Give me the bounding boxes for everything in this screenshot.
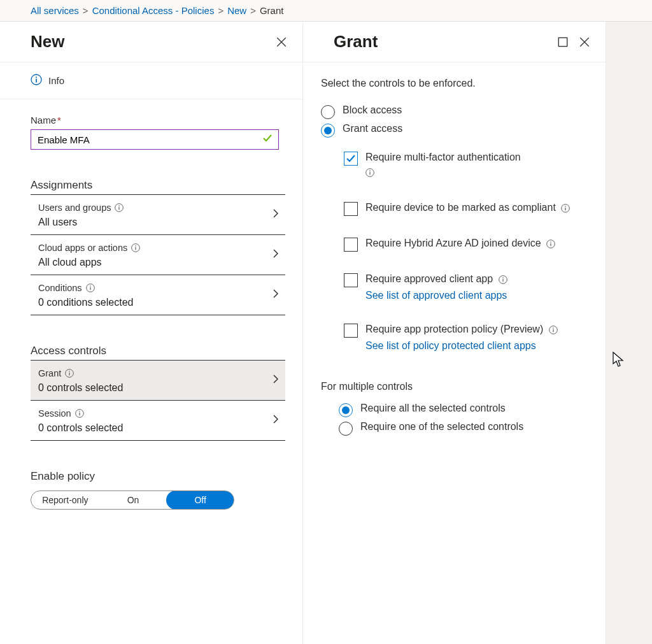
panel-new: New Info Name* Assignment	[0, 22, 303, 644]
info-icon	[65, 369, 74, 378]
nav-item-value: 0 controls selected	[38, 422, 281, 434]
breadcrumb: All services > Conditional Access - Poli…	[0, 0, 652, 22]
chevron-right-icon	[271, 289, 280, 301]
chevron-right-icon: >	[83, 5, 89, 16]
nav-conditions[interactable]: Conditions 0 conditions selected	[31, 275, 285, 315]
checkbox-icon	[344, 238, 358, 252]
svg-rect-21	[369, 171, 370, 175]
panel-grant: Grant Select the controls to be enforced…	[303, 22, 606, 644]
nav-session[interactable]: Session 0 controls selected	[31, 401, 285, 441]
radio-require-one[interactable]: Require one of the selected controls	[339, 421, 588, 436]
checkbox-icon	[344, 202, 358, 216]
nav-grant[interactable]: Grant 0 controls selected	[31, 361, 285, 401]
check-require-compliant[interactable]: Require device to be marked as compliant	[344, 201, 588, 216]
info-icon	[115, 203, 124, 212]
radio-icon	[339, 422, 353, 436]
multiple-controls-heading: For multiple controls	[321, 381, 588, 392]
svg-rect-11	[90, 287, 90, 290]
grant-lead-text: Select the controls to be enforced.	[321, 78, 588, 89]
radio-label: Require one of the selected controls	[360, 421, 523, 433]
radio-icon	[321, 124, 335, 138]
panel-title: New	[31, 32, 64, 52]
svg-rect-30	[502, 279, 503, 282]
info-label: Info	[48, 75, 64, 86]
info-icon[interactable]	[365, 168, 374, 177]
check-require-mfa[interactable]: Require multi-factor authentication	[344, 150, 588, 180]
panel-title: Grant	[334, 32, 378, 52]
checkbox-icon	[344, 324, 358, 338]
breadcrumb-current: Grant	[260, 5, 284, 16]
info-icon	[86, 283, 95, 292]
svg-rect-5	[119, 207, 120, 210]
checkbox-label: Require approved client app	[365, 273, 493, 284]
chevron-right-icon	[271, 249, 280, 261]
link-policy-protected-apps[interactable]: See list of policy protected client apps	[365, 339, 558, 353]
radio-require-all[interactable]: Require all the selected controls	[339, 403, 588, 417]
svg-rect-17	[79, 413, 80, 416]
svg-rect-33	[553, 329, 553, 333]
nav-item-value: 0 conditions selected	[38, 297, 281, 308]
check-require-approved-app[interactable]: Require approved client app See list of …	[344, 272, 588, 302]
radio-block-access[interactable]: Block access	[321, 104, 588, 119]
info-bar[interactable]: Info	[0, 62, 302, 99]
panel-header: Grant	[303, 22, 606, 62]
enable-policy-toggle[interactable]: Report-only On Off	[31, 490, 234, 510]
nav-item-label: Users and groups	[38, 203, 111, 213]
info-icon[interactable]	[561, 204, 570, 213]
name-label: Name*	[31, 115, 280, 125]
info-icon	[131, 243, 140, 252]
nav-item-label: Conditions	[38, 283, 82, 293]
nav-item-value: All cloud apps	[38, 257, 281, 268]
name-input[interactable]	[31, 129, 279, 150]
nav-cloud-apps[interactable]: Cloud apps or actions All cloud apps	[31, 235, 285, 275]
chevron-right-icon: >	[218, 5, 223, 16]
svg-point-16	[79, 411, 80, 412]
radio-icon	[321, 105, 335, 119]
svg-point-1	[36, 76, 37, 78]
close-icon[interactable]	[276, 36, 287, 48]
radio-label: Require all the selected controls	[360, 403, 506, 414]
svg-rect-18	[558, 38, 567, 47]
svg-rect-27	[551, 243, 551, 247]
panel-empty	[606, 22, 652, 644]
radio-label: Grant access	[343, 123, 402, 134]
seg-report-only[interactable]: Report-only	[31, 491, 99, 509]
nav-item-label: Grant	[38, 368, 61, 378]
breadcrumb-link[interactable]: Conditional Access - Policies	[92, 5, 215, 16]
nav-item-label: Session	[38, 408, 71, 419]
svg-point-4	[119, 205, 120, 206]
info-icon[interactable]	[549, 326, 558, 334]
close-icon[interactable]	[579, 36, 590, 48]
seg-on[interactable]: On	[99, 491, 167, 509]
svg-rect-14	[69, 373, 70, 376]
svg-rect-8	[136, 247, 136, 250]
enable-policy-heading: Enable policy	[31, 470, 280, 483]
info-icon	[75, 409, 84, 418]
link-approved-apps[interactable]: See list of approved client apps	[365, 289, 507, 303]
chevron-right-icon	[271, 415, 280, 426]
checkbox-icon	[344, 152, 358, 166]
radio-icon	[339, 403, 353, 417]
check-require-app-protection[interactable]: Require app protection policy (Preview) …	[344, 322, 588, 352]
nav-item-value: All users	[38, 217, 281, 228]
seg-off[interactable]: Off	[166, 490, 234, 510]
maximize-icon[interactable]	[557, 36, 569, 48]
svg-point-32	[553, 327, 554, 329]
radio-grant-access[interactable]: Grant access	[321, 123, 588, 138]
svg-rect-2	[36, 79, 37, 83]
checkbox-label: Require app protection policy (Preview)	[365, 324, 543, 334]
panel-header: New	[0, 22, 302, 62]
breadcrumb-link[interactable]: All services	[31, 5, 79, 16]
assignments-heading: Assignments	[31, 179, 285, 195]
chevron-right-icon	[271, 375, 280, 386]
breadcrumb-link[interactable]: New	[227, 5, 246, 16]
check-require-hybrid[interactable]: Require Hybrid Azure AD joined device	[344, 236, 588, 252]
checkbox-icon	[344, 273, 358, 287]
nav-users-and-groups[interactable]: Users and groups All users	[31, 195, 285, 235]
svg-point-7	[135, 245, 136, 247]
checkbox-label: Require multi-factor authentication	[365, 152, 521, 162]
svg-rect-24	[565, 208, 566, 211]
radio-label: Block access	[343, 104, 402, 116]
info-icon[interactable]	[546, 240, 555, 248]
info-icon[interactable]	[499, 275, 507, 284]
